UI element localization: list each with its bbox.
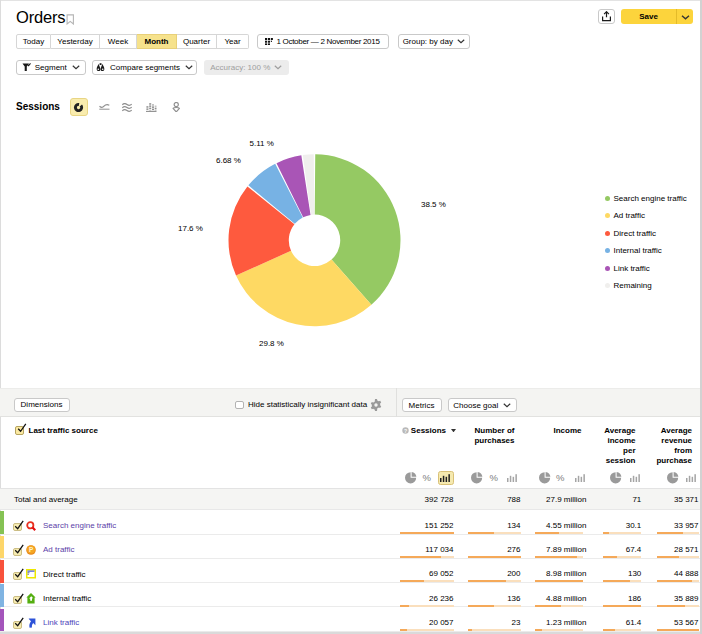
svg-text:P: P (29, 546, 34, 553)
